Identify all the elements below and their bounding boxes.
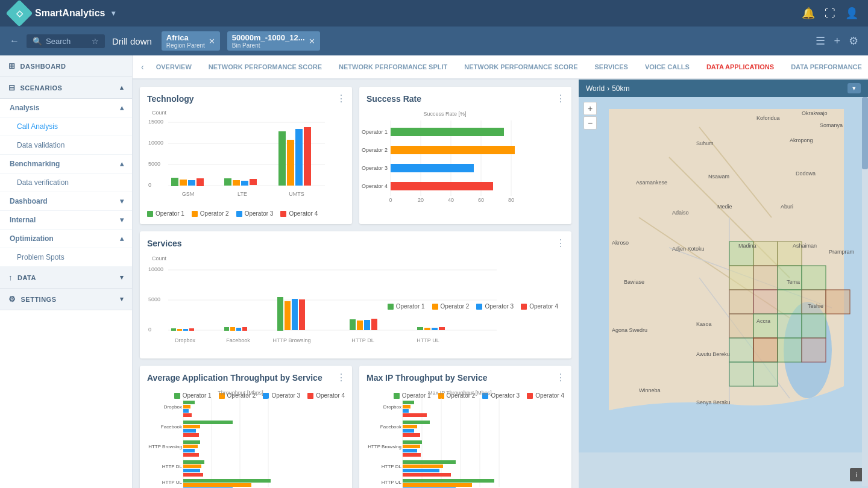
tab-network-perf-score[interactable]: NETWORK PERFORMANCE SCORE — [200, 55, 330, 80]
svg-text:Somanya: Somanya — [820, 122, 843, 128]
filter-chip-africa[interactable]: Africa Region Parent ✕ — [162, 31, 220, 51]
svg-rect-134 — [403, 433, 420, 437]
svg-rect-140 — [403, 465, 443, 468]
svg-rect-39 — [391, 128, 504, 136]
svg-rect-64 — [364, 320, 370, 330]
svg-text:0: 0 — [148, 327, 151, 333]
sidebar-item-problem-spots[interactable]: Problem Spots — [0, 248, 132, 267]
svg-rect-156 — [753, 242, 778, 266]
filter-list-icon[interactable]: ☰ — [816, 34, 825, 48]
svg-rect-61 — [299, 299, 305, 330]
svg-text:HTTP Browsing: HTTP Browsing — [148, 444, 182, 449]
svg-text:Bawiase: Bawiase — [624, 279, 644, 285]
star-icon[interactable]: ☆ — [92, 37, 99, 46]
expand-icon[interactable]: ⛶ — [825, 7, 835, 20]
svg-rect-62 — [350, 319, 356, 330]
svg-text:Prampram: Prampram — [829, 249, 854, 255]
svg-rect-104 — [183, 473, 203, 477]
tab-data-applications[interactable]: DATA APPLICATIONS — [698, 55, 782, 80]
chart-avg-throughput: Average Application Throughput by Servic… — [140, 366, 352, 488]
map-info-button[interactable]: i — [850, 468, 863, 481]
chart-services-menu[interactable]: ⋮ — [556, 237, 565, 249]
chart-success-rate-menu[interactable]: ⋮ — [556, 93, 565, 104]
sidebar-optimization[interactable]: Optimization ▴ — [0, 230, 132, 248]
svg-text:10000: 10000 — [148, 140, 163, 146]
map-svg: Koforidua Okrakwajo Somanya Suhum Akropo… — [579, 97, 862, 452]
sidebar-benchmarking[interactable]: Benchmarking ▴ — [0, 155, 132, 174]
svg-rect-174 — [802, 338, 826, 362]
search-area[interactable]: 🔍 Search ☆ — [27, 34, 105, 48]
svg-rect-139 — [403, 460, 456, 464]
tab-services[interactable]: SERVICES — [587, 55, 637, 80]
chip-close-bin[interactable]: ✕ — [309, 37, 315, 46]
sidebar-item-call-analysis[interactable]: Call Analysis — [0, 117, 132, 136]
sidebar-settings[interactable]: ⚙SETTINGS ▾ — [0, 289, 132, 310]
chart-services-title: Services — [147, 239, 564, 248]
svg-rect-13 — [224, 178, 231, 186]
svg-rect-159 — [753, 266, 778, 290]
drilldown-actions: ☰ + ⚙ — [816, 34, 858, 48]
svg-rect-135 — [403, 440, 422, 444]
tab-network-perf-split[interactable]: NETWORK PERFORMANCE SPLIT — [330, 55, 456, 80]
map-zoom-out[interactable]: − — [583, 116, 597, 130]
svg-rect-158 — [729, 266, 753, 290]
chart-technology-menu[interactable]: ⋮ — [336, 93, 346, 104]
tab-overview[interactable]: OVERVIEW — [148, 55, 200, 80]
sidebar: ⊞DASHBOARD ⊟SCENARIOS ▴ Analysis ▴ Call … — [0, 55, 133, 488]
bell-icon[interactable]: 🔔 — [802, 7, 815, 20]
svg-text:20: 20 — [418, 197, 424, 203]
map-body[interactable]: Koforidua Okrakwajo Somanya Suhum Akropo… — [579, 97, 868, 486]
tab-prev-button[interactable]: ‹ — [137, 62, 148, 72]
chart-avg-throughput-menu[interactable]: ⋮ — [336, 372, 346, 383]
filter-chip-bin[interactable]: 50000m_-1000_12... Bin Parent ✕ — [227, 31, 320, 51]
sidebar-internal[interactable]: Internal ▾ — [0, 211, 132, 230]
svg-rect-141 — [403, 469, 439, 472]
map-scrollbar[interactable] — [862, 97, 868, 486]
tab-network-perf-score2[interactable]: NETWORK PERFORMANCE SCORE — [456, 55, 586, 80]
svg-rect-52 — [183, 329, 188, 331]
tab-data-performance[interactable]: DATA PERFORMANCE — [782, 55, 868, 80]
map-scrollbar-thumb[interactable] — [862, 97, 868, 169]
user-icon[interactable]: 👤 — [845, 7, 858, 20]
svg-rect-51 — [177, 329, 182, 331]
svg-rect-20 — [304, 127, 311, 186]
svg-rect-167 — [729, 314, 753, 338]
svc-legend-op4: Operator 4 — [521, 303, 558, 310]
svg-rect-56 — [236, 328, 241, 331]
sidebar-item-data-validation[interactable]: Data validation — [0, 136, 132, 155]
legend-op4: Operator 4 — [280, 210, 318, 217]
chevron-down-icon2: ▾ — [120, 197, 124, 205]
chart-technology: Technology ⋮ Count 0 5000 10000 15000 — [140, 87, 352, 224]
svg-rect-14 — [233, 180, 240, 186]
sidebar-dashboard-item[interactable]: Dashboard ▾ — [0, 192, 132, 211]
sidebar-data[interactable]: ↑DATA ▾ — [0, 267, 132, 289]
sidebar-scenarios[interactable]: ⊟SCENARIOS ▴ — [0, 77, 132, 99]
svg-text:Dropbox: Dropbox — [164, 404, 182, 410]
add-icon[interactable]: + — [834, 35, 840, 48]
sidebar-item-data-verification[interactable]: Data verification — [0, 174, 132, 192]
svg-rect-168 — [753, 314, 778, 338]
back-button[interactable]: ← — [10, 36, 19, 46]
legend-op3: Operator 3 — [236, 210, 274, 217]
svg-text:80: 80 — [508, 197, 514, 203]
main-layout: ⊞DASHBOARD ⊟SCENARIOS ▴ Analysis ▴ Call … — [0, 55, 868, 488]
svg-text:HTTP DL: HTTP DL — [162, 464, 183, 469]
tune-icon[interactable]: ⚙ — [849, 34, 858, 48]
map-world-label[interactable]: World — [586, 84, 605, 93]
map-50km-label[interactable]: 50km — [612, 84, 629, 93]
map-zoom-in[interactable]: + — [583, 102, 597, 115]
sidebar-analysis[interactable]: Analysis ▴ — [0, 99, 132, 117]
chart-max-throughput-menu[interactable]: ⋮ — [556, 372, 565, 383]
svg-rect-99 — [183, 449, 195, 452]
chevron-down-icon[interactable]: ▾ — [112, 9, 115, 17]
chevron-up-icon: ▴ — [120, 84, 124, 92]
sidebar-dashboard[interactable]: ⊞DASHBOARD — [0, 55, 132, 77]
svg-rect-175 — [729, 362, 753, 386]
svg-rect-50 — [171, 328, 176, 331]
tab-voice-calls[interactable]: VOICE CALLS — [637, 55, 698, 80]
svg-rect-176 — [753, 362, 778, 386]
svg-rect-173 — [778, 338, 802, 362]
svg-text:0: 0 — [148, 182, 151, 188]
chip-close-africa[interactable]: ✕ — [209, 37, 215, 46]
map-expand-button[interactable]: ▾ — [848, 83, 861, 93]
